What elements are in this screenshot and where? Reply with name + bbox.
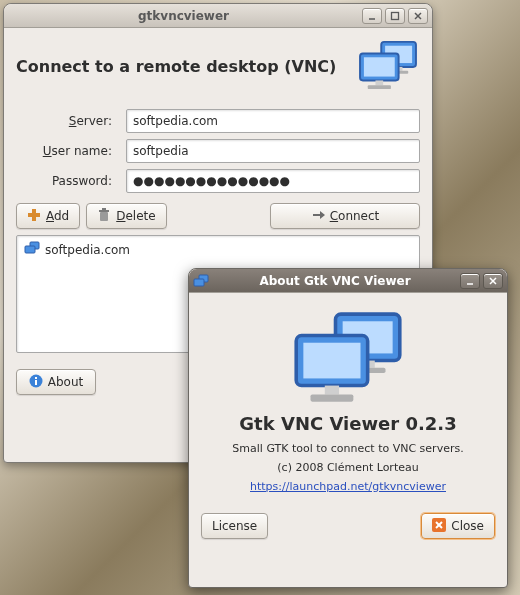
info-icon [29, 374, 43, 391]
username-label: User name: [16, 144, 126, 158]
delete-button[interactable]: Delete [86, 203, 166, 229]
list-item-label: softpedia.com [45, 243, 130, 257]
monitors-icon [356, 38, 420, 95]
password-label: Password: [16, 174, 126, 188]
about-button-label: About [48, 375, 83, 389]
list-item[interactable]: softpedia.com [21, 240, 415, 259]
server-label: Server: [16, 114, 126, 128]
about-dialog: About Gtk VNC Viewer Gtk VNC Viewer 0.2.… [188, 268, 508, 588]
license-button[interactable]: License [201, 513, 268, 539]
about-monitors-icon [201, 307, 495, 407]
page-heading: Connect to a remote desktop (VNC) [16, 57, 356, 76]
about-app-name: Gtk VNC Viewer 0.2.3 [201, 413, 495, 434]
connect-button-label: Connect [330, 209, 380, 223]
add-icon [27, 208, 41, 225]
close-window-button[interactable] [408, 8, 428, 24]
minimize-button[interactable] [362, 8, 382, 24]
license-button-label: License [212, 519, 257, 533]
close-button[interactable]: Close [421, 513, 495, 539]
close-icon [432, 518, 446, 535]
connect-button[interactable]: Connect [270, 203, 420, 229]
mini-monitors-icon [23, 241, 41, 258]
main-titlebar[interactable]: gtkvncviewer [4, 4, 432, 28]
about-button[interactable]: About [16, 369, 96, 395]
close-button-label: Close [451, 519, 484, 533]
server-input[interactable] [126, 109, 420, 133]
connect-icon [311, 208, 325, 225]
add-button[interactable]: Add [16, 203, 80, 229]
username-input[interactable] [126, 139, 420, 163]
about-minimize-button[interactable] [460, 273, 480, 289]
delete-button-label: Delete [116, 209, 155, 223]
about-subtitle: Small GTK tool to connect to VNC servers… [201, 442, 495, 455]
about-copyright: (c) 2008 Clément Lorteau [201, 461, 495, 474]
about-close-window-button[interactable] [483, 273, 503, 289]
about-window-title: About Gtk VNC Viewer [213, 274, 457, 288]
about-titlebar-icon [193, 273, 209, 289]
about-titlebar[interactable]: About Gtk VNC Viewer [189, 269, 507, 293]
about-url[interactable]: https://launchpad.net/gtkvncviewer [201, 480, 495, 493]
main-window-title: gtkvncviewer [138, 9, 229, 23]
add-button-label: Add [46, 209, 69, 223]
svg-rect-26 [392, 12, 399, 19]
delete-icon [97, 208, 111, 225]
password-input[interactable] [126, 169, 420, 193]
maximize-button[interactable] [385, 8, 405, 24]
